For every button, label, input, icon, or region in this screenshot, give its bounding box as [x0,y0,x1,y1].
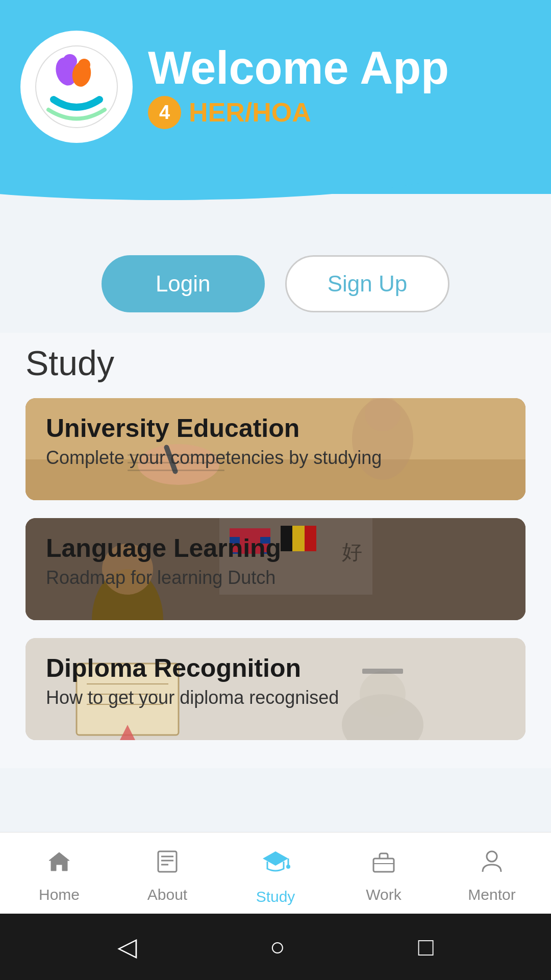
university-education-card[interactable]: University Education Complete your compe… [26,398,525,500]
svg-point-2 [63,54,77,68]
university-card-content: University Education Complete your compe… [26,398,525,484]
work-icon [370,848,397,881]
signup-button[interactable]: Sign Up [285,255,450,312]
subtitle-text: HER/HOA [189,97,311,128]
svg-rect-38 [158,851,177,872]
language-card-title: Language Learning [46,533,505,563]
header-text-block: Welcome App 4 HER/HOA [148,45,449,129]
login-button[interactable]: Login [102,255,265,312]
nav-item-mentor[interactable]: Mentor [438,848,546,903]
diploma-card-content: Diploma Recognition How to get your dipl… [26,638,525,724]
android-recent-button[interactable]: □ [418,932,434,962]
about-icon [154,848,181,881]
nav-label-home: Home [39,886,80,903]
nav-label-work: Work [366,886,401,903]
svg-point-0 [36,46,117,128]
nav-item-about[interactable]: About [113,848,221,903]
home-icon [46,848,72,881]
nav-label-mentor: Mentor [468,886,515,903]
study-icon [260,846,291,883]
nav-item-study[interactable]: Study [221,846,330,905]
language-card-content: Language Learning Roadmap for learning D… [26,518,525,604]
app-title: Welcome App [148,45,449,91]
badge-number: 4 [148,96,181,129]
android-home-button[interactable]: ○ [270,932,285,962]
header: Welcome App 4 HER/HOA [0,0,551,194]
bottom-nav: Home About Study [0,832,551,914]
main-content: Study University [0,333,551,768]
auth-buttons: Login Sign Up [0,194,551,333]
diploma-card-subtitle: How to get your diploma recognised [46,687,505,708]
university-card-title: University Education [46,413,505,443]
diploma-recognition-card[interactable]: Diploma Recognition How to get your dipl… [26,638,525,740]
mentor-icon [479,848,505,881]
nav-label-study: Study [256,888,295,905]
diploma-card-title: Diploma Recognition [46,653,505,683]
svg-point-44 [286,865,290,869]
nav-label-about: About [147,886,187,903]
language-learning-card[interactable]: 好 Language Learning Roadmap for learning… [26,518,525,620]
svg-point-47 [487,851,497,862]
android-back-button[interactable]: ◁ [117,932,137,962]
language-card-subtitle: Roadmap for learning Dutch [46,567,505,589]
subtitle-row: 4 HER/HOA [148,96,449,129]
svg-rect-45 [373,859,394,872]
university-card-subtitle: Complete your competencies by studying [46,447,505,469]
section-title: Study [26,343,525,383]
nav-item-work[interactable]: Work [330,848,438,903]
svg-point-4 [78,59,90,71]
nav-item-home[interactable]: Home [5,848,113,903]
android-nav-bar: ◁ ○ □ [0,914,551,980]
app-logo [20,31,133,143]
